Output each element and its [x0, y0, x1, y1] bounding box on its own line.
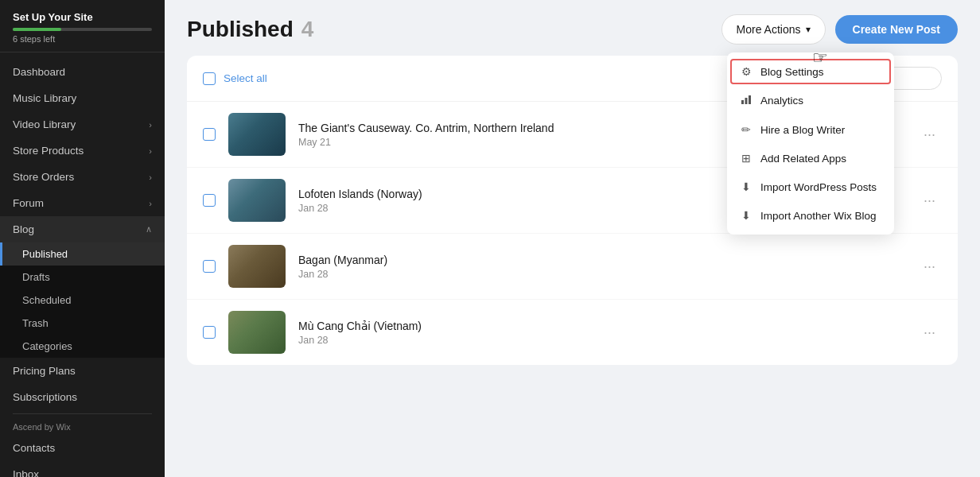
steps-left: 6 steps left [13, 34, 152, 44]
post-date: Jan 28 [298, 269, 904, 280]
dropdown-item-import-wordpress[interactable]: ⬇ Import WordPress Posts [727, 173, 894, 201]
svg-rect-2 [749, 95, 751, 104]
sidebar-item-forum[interactable]: Forum › [0, 190, 165, 216]
site-setup: Set Up Your Site 6 steps left [0, 0, 165, 52]
select-all-checkbox[interactable] [203, 72, 216, 85]
sidebar-item-inbox[interactable]: Inbox [0, 461, 165, 477]
sidebar-item-published[interactable]: Published [0, 242, 165, 266]
main-content: Published 4 More Actions ▾ Create New Po… [165, 0, 980, 477]
sidebar-divider [13, 413, 152, 414]
post-more-button[interactable]: ··· [917, 321, 942, 344]
select-all-label[interactable]: Select all [224, 72, 267, 84]
post-thumbnail [228, 311, 286, 354]
progress-bar-fill [13, 28, 61, 31]
svg-rect-1 [745, 98, 748, 104]
sidebar-item-store-orders[interactable]: Store Orders › [0, 164, 165, 190]
sidebar-item-label: Dashboard [13, 66, 65, 78]
gear-icon: ⚙ [740, 65, 752, 78]
sidebar-nav: Dashboard Music Library Video Library › … [0, 52, 165, 477]
create-new-post-button[interactable]: Create New Post [835, 15, 958, 44]
sidebar-item-video-library[interactable]: Video Library › [0, 111, 165, 138]
sidebar-item-contacts[interactable]: Contacts [0, 435, 165, 461]
blog-subnav: Published Drafts Scheduled Trash Categor… [0, 242, 165, 358]
sidebar-item-dashboard[interactable]: Dashboard [0, 59, 165, 85]
chevron-right-icon: › [149, 120, 152, 130]
dropdown-item-label: Add Related Apps [760, 153, 846, 165]
post-title: Bagan (Myanmar) [298, 254, 904, 266]
post-checkbox[interactable] [203, 194, 216, 207]
page-title-text: Published [187, 17, 294, 42]
sidebar-item-categories[interactable]: Categories [0, 335, 165, 358]
sidebar-item-label: Inbox [13, 468, 39, 477]
chevron-right-icon: › [149, 146, 152, 156]
post-title: Mù Cang Chải (Vietnam) [298, 320, 904, 332]
sidebar-item-pricing-plans[interactable]: Pricing Plans [0, 358, 165, 384]
dropdown-item-add-related-apps[interactable]: ⊞ Add Related Apps [727, 144, 894, 173]
dropdown-item-label: Import WordPress Posts [760, 181, 877, 193]
post-thumbnail [228, 113, 286, 156]
download-icon: ⬇ [740, 180, 752, 193]
sidebar-item-label: Store Products [13, 145, 84, 157]
post-date: Jan 28 [298, 335, 904, 346]
sidebar-item-subscriptions[interactable]: Subscriptions [0, 384, 165, 410]
main-header: Published 4 More Actions ▾ Create New Po… [165, 0, 980, 56]
chevron-right-icon: › [149, 173, 152, 182]
post-info: Mù Cang Chải (Vietnam) Jan 28 [298, 320, 904, 346]
analytics-icon [740, 94, 752, 107]
post-more-button[interactable]: ··· [917, 123, 942, 146]
table-row: Mù Cang Chải (Vietnam) Jan 28 ··· [187, 300, 958, 365]
sidebar-item-store-products[interactable]: Store Products › [0, 138, 165, 164]
table-row: Bagan (Myanmar) Jan 28 ··· [187, 234, 958, 300]
sidebar-item-label: Music Library [13, 92, 76, 104]
grid-icon: ⊞ [740, 152, 752, 165]
sidebar: Set Up Your Site 6 steps left Dashboard … [0, 0, 165, 477]
more-actions-label: More Actions [737, 23, 801, 36]
sidebar-item-label: Forum [13, 197, 44, 209]
sidebar-item-trash[interactable]: Trash [0, 312, 165, 335]
site-setup-title: Set Up Your Site [13, 11, 152, 23]
dropdown-item-label: Import Another Wix Blog [760, 210, 877, 222]
more-actions-button[interactable]: More Actions ▾ [721, 14, 826, 45]
ascend-label: Ascend by Wix [0, 417, 165, 435]
post-more-button[interactable]: ··· [917, 189, 942, 212]
page-title: Published 4 [187, 17, 313, 42]
sidebar-item-label: Video Library [13, 118, 76, 130]
sidebar-item-label: Contacts [13, 442, 55, 454]
post-checkbox[interactable] [203, 260, 216, 273]
sidebar-item-label: Subscriptions [13, 391, 77, 403]
pencil-icon: ✏ [740, 123, 752, 136]
download-icon: ⬇ [740, 209, 752, 222]
header-actions: More Actions ▾ Create New Post ⚙ Blog Se… [721, 14, 958, 45]
post-thumbnail [228, 179, 286, 222]
dropdown-item-label: Hire a Blog Writer [760, 124, 845, 136]
chevron-down-icon: ▾ [806, 24, 811, 35]
sidebar-item-music-library[interactable]: Music Library [0, 85, 165, 111]
dropdown-item-analytics[interactable]: Analytics [727, 86, 894, 115]
dropdown-item-import-wix-blog[interactable]: ⬇ Import Another Wix Blog [727, 201, 894, 230]
sidebar-item-blog[interactable]: Blog ∧ [0, 216, 165, 242]
sidebar-item-label: Blog [13, 223, 34, 235]
post-more-button[interactable]: ··· [917, 255, 942, 278]
sidebar-item-label: Pricing Plans [13, 365, 76, 377]
sidebar-item-scheduled[interactable]: Scheduled [0, 289, 165, 312]
chevron-right-icon: › [149, 199, 152, 208]
post-checkbox[interactable] [203, 326, 216, 339]
progress-bar-background [13, 28, 152, 31]
dropdown-item-label: Analytics [760, 95, 803, 107]
chevron-up-icon: ∧ [146, 224, 152, 235]
svg-rect-0 [741, 100, 744, 104]
post-checkbox[interactable] [203, 128, 216, 141]
sidebar-item-label: Store Orders [13, 171, 74, 183]
sidebar-item-drafts[interactable]: Drafts [0, 266, 165, 289]
dropdown-item-hire-writer[interactable]: ✏ Hire a Blog Writer [727, 115, 894, 144]
post-info: Bagan (Myanmar) Jan 28 [298, 254, 904, 280]
more-actions-dropdown: ⚙ Blog Settings Analytics ✏ Hire a Blog … [727, 52, 894, 235]
post-thumbnail [228, 245, 286, 288]
dropdown-item-blog-settings[interactable]: ⚙ Blog Settings [730, 59, 891, 84]
dropdown-item-label: Blog Settings [760, 66, 824, 78]
page-count: 4 [301, 17, 314, 42]
